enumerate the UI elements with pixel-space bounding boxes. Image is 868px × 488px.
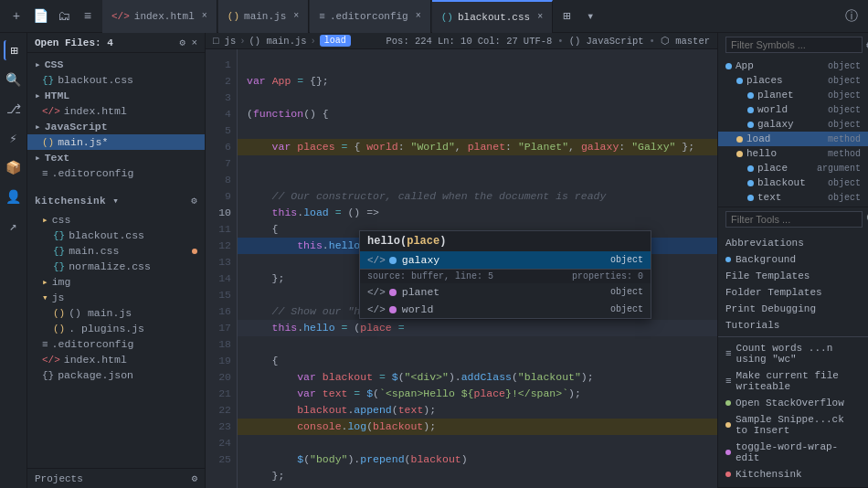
sidebar-packages-icon[interactable]: 📦: [4, 157, 24, 177]
symbol-galaxy[interactable]: galaxy object: [718, 117, 868, 132]
info-button[interactable]: ⓘ: [842, 7, 861, 26]
code-line-9: {: [247, 223, 279, 235]
project-header[interactable]: kitchensink ▾ ⚙: [27, 189, 205, 208]
tab-close-css[interactable]: ×: [537, 12, 543, 22]
tool-print-debugging[interactable]: Print Debugging: [718, 301, 868, 317]
symbol-blackout[interactable]: blackout object: [718, 175, 868, 190]
project-main-css[interactable]: {} main.css: [27, 243, 205, 259]
right-sidebar: ⚙ App object places object planet object: [717, 33, 868, 488]
sidebar-user-icon[interactable]: 👤: [4, 186, 24, 207]
tool-label: Abbreviations: [725, 238, 804, 249]
sym-dot-load: [736, 136, 743, 143]
symbol-app[interactable]: App object: [718, 58, 868, 73]
open-file-html-folder[interactable]: ▸ HTML: [27, 88, 205, 103]
tool-file-templates[interactable]: File Templates: [718, 268, 868, 284]
tool-abbreviations[interactable]: Abbreviations: [718, 235, 868, 251]
tab-close-mainjs[interactable]: ×: [293, 11, 299, 21]
tab-close-html[interactable]: ×: [202, 11, 207, 21]
new-file-button[interactable]: +: [7, 7, 26, 26]
tool-toggle-word-wrap[interactable]: toggle-word-wrap-edit: [718, 439, 868, 466]
project-plugins-js[interactable]: () . plugins.js: [27, 321, 205, 336]
open-files-gear[interactable]: ⚙ ×: [179, 37, 197, 48]
project-index-html[interactable]: </> index.html: [27, 352, 205, 367]
autocomplete-item-planet[interactable]: </> planet object: [360, 283, 651, 301]
tool-stackoverflow[interactable]: Open StackOverflow: [718, 395, 868, 411]
code-area: 1 2 3 4 5 6 7 8 9 10 11 12 13 14 15 16 1…: [206, 49, 717, 488]
tool-dot-stackoverflow: [725, 400, 731, 406]
tree-item-label: blackout.css: [69, 229, 144, 241]
tool-make-writeable[interactable]: ≡ Make current file writeable: [718, 367, 868, 395]
tools-section: 🔍 Abbreviations Background File Template…: [718, 207, 868, 488]
sym-dot-blackout: [747, 180, 754, 186]
code-line-14: this.hello = (place =: [238, 320, 717, 336]
branch-indicator[interactable]: ⬡ master: [661, 35, 710, 47]
tab-close-config[interactable]: ×: [416, 11, 421, 21]
tab-main-js[interactable]: () main.js ×: [218, 0, 309, 33]
sym-dot-hello: [736, 151, 743, 157]
more-tabs-button[interactable]: ▾: [581, 7, 599, 26]
symbol-place[interactable]: place argument: [718, 161, 868, 175]
autocomplete-item-world[interactable]: </> world object: [360, 301, 651, 318]
project-package-json[interactable]: {} package.json: [27, 367, 205, 383]
language-indicator[interactable]: () JavaScript: [569, 36, 644, 47]
open-file-blackout-css[interactable]: {} blackout.css: [27, 72, 205, 88]
project-editorconfig[interactable]: ≡ .editorconfig: [27, 336, 205, 352]
code-line-4: [247, 124, 253, 136]
file-icon[interactable]: 📄: [31, 7, 49, 26]
settings-icon[interactable]: ≡: [79, 7, 97, 26]
open-file-main-js[interactable]: () main.js*: [27, 134, 205, 150]
tool-background[interactable]: Background: [718, 251, 868, 268]
project-img-folder[interactable]: ▸ img: [27, 274, 205, 290]
encoding-indicator: UTF-8: [524, 36, 553, 47]
open-file-editorconfig[interactable]: ≡ .editorconfig: [27, 165, 205, 181]
autocomplete-item-galaxy[interactable]: </> galaxy object: [360, 251, 651, 269]
symbol-label: planet: [757, 90, 794, 101]
symbols-filter-input[interactable]: [725, 37, 863, 53]
symbol-hello[interactable]: hello method: [718, 146, 868, 161]
tab-editorconfig[interactable]: ≡ .editorconfig ×: [310, 0, 430, 33]
js-icon: (): [42, 137, 54, 148]
project-blackout-css[interactable]: {} blackout.css: [27, 228, 205, 243]
symbol-planet[interactable]: planet object: [718, 88, 868, 102]
ac-dot-planet: [389, 289, 397, 296]
sidebar-git-icon[interactable]: ⎇: [4, 99, 24, 119]
project-normalize-css[interactable]: {} normalize.css: [27, 259, 205, 274]
tool-sample-snippet[interactable]: Sample Snippe...ck to Insert: [718, 411, 868, 439]
tool-label: Sample Snippe...ck to Insert: [736, 414, 861, 436]
tool-label: Count words ...n using "wc": [736, 343, 861, 365]
sym-dot-galaxy: [747, 122, 754, 128]
breadcrumb-load: load: [320, 35, 351, 47]
tool-count-words[interactable]: ≡ Count words ...n using "wc": [718, 340, 868, 367]
open-file-css-folder[interactable]: ▸ CSS: [27, 57, 205, 72]
sidebar-search-icon[interactable]: 🔍: [4, 69, 24, 90]
tree-item-label: normalize.css: [69, 260, 151, 272]
open-file-index-html[interactable]: </> index.html: [27, 103, 205, 119]
projects-gear[interactable]: ⚙: [191, 472, 197, 484]
tab-index-html[interactable]: </> index.html ×: [102, 0, 217, 33]
tool-folder-templates[interactable]: Folder Templates: [718, 284, 868, 301]
projects-footer: Projects ⚙: [27, 468, 205, 488]
sidebar-share-icon[interactable]: ↗: [4, 216, 24, 236]
sidebar-debug-icon[interactable]: ⚡: [4, 128, 24, 148]
symbol-places[interactable]: places object: [718, 73, 868, 88]
project-main-js[interactable]: () () main.js: [27, 305, 205, 321]
add-tab-button[interactable]: ⊞: [557, 7, 576, 26]
symbol-text[interactable]: text object: [718, 190, 868, 205]
project-css-folder[interactable]: ▸ css: [27, 212, 205, 228]
symbol-type6: method: [828, 134, 861, 144]
tree-item-label: img: [52, 276, 71, 288]
symbol-world[interactable]: world object: [718, 102, 868, 117]
open-file-text-folder[interactable]: ▸ Text: [27, 150, 205, 165]
open-file-js-folder[interactable]: ▸ JavaScript: [27, 119, 205, 134]
sym-dot-places: [736, 78, 743, 84]
symbol-load[interactable]: load method: [718, 132, 868, 146]
folder-icon[interactable]: 🗂: [55, 7, 73, 26]
project-js-folder[interactable]: ▾ js: [27, 290, 205, 305]
tool-tutorials[interactable]: Tutorials: [718, 317, 868, 334]
tool-kitchensink[interactable]: Kitchensink: [718, 466, 868, 483]
tab-blackout-css[interactable]: () blackout.css ×: [432, 0, 553, 33]
sidebar-files-icon[interactable]: ⊞: [4, 40, 24, 60]
folder-icon-js: ▾: [42, 292, 48, 303]
project-gear[interactable]: ⚙: [191, 195, 197, 207]
tools-filter-input[interactable]: [725, 211, 863, 228]
